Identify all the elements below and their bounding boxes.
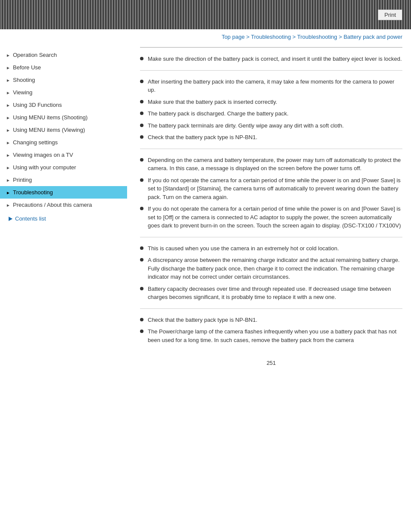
sidebar-item-3d-functions[interactable]: ► Using 3D Functions <box>0 99 127 111</box>
sidebar-item-label: Printing <box>13 177 32 183</box>
breadcrumb-troubleshooting1[interactable]: Troubleshooting <box>251 34 291 40</box>
arrow-icon: ► <box>6 128 10 132</box>
bullet-text: The battery pack is discharged. Charge t… <box>148 109 289 118</box>
page-number: 251 <box>140 351 402 370</box>
arrow-icon: ► <box>6 165 10 170</box>
contents-list-link[interactable]: Contents list <box>0 211 127 226</box>
list-item: The battery pack terminals are dirty. Ge… <box>140 121 402 130</box>
breadcrumb: Top page > Troubleshooting > Troubleshoo… <box>0 29 411 44</box>
bullet-text: Check that the battery pack type is NP-B… <box>148 133 257 142</box>
sidebar-item-printing[interactable]: ► Printing <box>0 174 127 186</box>
list-item: A discrepancy arose between the remainin… <box>140 256 402 281</box>
sidebar-item-label: Changing settings <box>13 139 58 146</box>
arrow-icon: ► <box>6 115 10 120</box>
bullet-text: This is caused when you use the camera i… <box>148 244 339 253</box>
section-block-2: After inserting the battery pack into th… <box>140 70 402 149</box>
sidebar-item-label: Using MENU items (Shooting) <box>13 114 87 121</box>
bullet-text: If you do not operate the camera for a c… <box>148 205 402 230</box>
bullet-text: The battery pack terminals are dirty. Ge… <box>148 121 344 130</box>
bullet-dot <box>140 80 143 83</box>
sidebar-item-label: Precautions / About this camera <box>13 202 92 208</box>
sidebar-item-label: Viewing images on a TV <box>13 152 73 158</box>
bullet-dot <box>140 318 143 321</box>
bullet-text: Battery capacity decreases over time and… <box>148 285 402 302</box>
sidebar-item-viewing-images-tv[interactable]: ► Viewing images on a TV <box>0 149 127 161</box>
list-item: Make sure the direction of the battery p… <box>140 55 402 63</box>
bullet-text: If you do not operate the camera for a c… <box>148 176 402 202</box>
breadcrumb-sep2: > <box>293 34 297 40</box>
contents-list-arrow-icon <box>9 217 12 221</box>
breadcrumb-top-page[interactable]: Top page <box>221 34 245 40</box>
list-item: If you do not operate the camera for a c… <box>140 205 402 230</box>
bullet-list-4: This is caused when you use the camera i… <box>140 244 402 302</box>
bullet-text: The Power/charge lamp of the camera flas… <box>148 327 402 344</box>
sidebar-item-label: Before Use <box>13 64 41 71</box>
bullet-dot <box>140 124 143 127</box>
list-item: This is caused when you use the camera i… <box>140 244 402 253</box>
breadcrumb-sep1: > <box>246 34 251 40</box>
bullet-text: Depending on the camera and battery temp… <box>148 156 402 173</box>
sidebar-item-label: Using MENU items (Viewing) <box>13 127 85 133</box>
list-item: Depending on the camera and battery temp… <box>140 156 402 173</box>
list-item: Make sure that the battery pack is inser… <box>140 98 402 106</box>
breadcrumb-troubleshooting2[interactable]: Troubleshooting <box>297 34 337 40</box>
sidebar-item-label: Operation Search <box>13 52 57 58</box>
arrow-icon: ► <box>6 178 10 182</box>
breadcrumb-sep3: > <box>339 34 343 40</box>
bullet-dot <box>140 112 143 115</box>
content-area: Make sure the direction of the battery p… <box>127 44 411 379</box>
section-block-3: Depending on the camera and battery temp… <box>140 149 402 237</box>
sidebar-item-troubleshooting[interactable]: ► Troubleshooting <box>0 186 127 199</box>
sidebar-item-precautions[interactable]: ► Precautions / About this camera <box>0 199 127 211</box>
bullet-dot <box>140 135 143 139</box>
bullet-list-5: Check that the battery pack type is NP-B… <box>140 316 402 345</box>
sidebar-item-label: Using with your computer <box>13 164 76 171</box>
arrow-icon: ► <box>6 190 10 195</box>
bullet-text: A discrepancy arose between the remainin… <box>148 256 402 281</box>
arrow-icon: ► <box>6 65 10 70</box>
bullet-dot <box>140 287 143 290</box>
sidebar-item-using-computer[interactable]: ► Using with your computer <box>0 161 127 174</box>
list-item: Check that the battery pack type is NP-B… <box>140 133 402 142</box>
arrow-icon: ► <box>6 78 10 82</box>
list-item: After inserting the battery pack into th… <box>140 78 402 94</box>
bullet-text: After inserting the battery pack into th… <box>148 78 402 94</box>
arrow-icon: ► <box>6 53 10 57</box>
bullet-text: Make sure the direction of the battery p… <box>148 55 402 63</box>
arrow-icon: ► <box>6 103 10 107</box>
section-block-5: Check that the battery pack type is NP-B… <box>140 308 402 352</box>
sidebar-item-viewing[interactable]: ► Viewing <box>0 86 127 99</box>
bullet-list-1: Make sure the direction of the battery p… <box>140 55 402 63</box>
list-item: If you do not operate the camera for a c… <box>140 176 402 202</box>
sidebar-item-shooting[interactable]: ► Shooting <box>0 74 127 86</box>
bullet-dot <box>140 158 143 162</box>
arrow-icon: ► <box>6 140 10 145</box>
bullet-text: Make sure that the battery pack is inser… <box>148 98 277 106</box>
contents-list-label: Contents list <box>15 215 46 222</box>
sidebar-item-menu-shooting[interactable]: ► Using MENU items (Shooting) <box>0 111 127 124</box>
bullet-dot <box>140 100 143 103</box>
list-item: Battery capacity decreases over time and… <box>140 285 402 302</box>
bullet-dot <box>140 246 143 250</box>
bullet-list-2: After inserting the battery pack into th… <box>140 78 402 142</box>
sidebar-item-changing-settings[interactable]: ► Changing settings <box>0 136 127 149</box>
breadcrumb-battery[interactable]: Battery pack and power <box>343 34 402 40</box>
section-block-1: Make sure the direction of the battery p… <box>140 47 402 70</box>
list-item: The battery pack is discharged. Charge t… <box>140 109 402 118</box>
header-bar: Print <box>0 0 411 29</box>
bullet-list-3: Depending on the camera and battery temp… <box>140 156 402 230</box>
arrow-icon: ► <box>6 153 10 157</box>
section-block-4: This is caused when you use the camera i… <box>140 237 402 308</box>
sidebar-item-operation-search[interactable]: ► Operation Search <box>0 49 127 61</box>
sidebar: ► Operation Search ► Before Use ► Shooti… <box>0 44 127 379</box>
list-item: Check that the battery pack type is NP-B… <box>140 316 402 324</box>
sidebar-item-label: Viewing <box>13 89 32 96</box>
bullet-dot <box>140 57 143 60</box>
print-button[interactable]: Print <box>378 9 402 20</box>
sidebar-item-before-use[interactable]: ► Before Use <box>0 61 127 74</box>
arrow-icon: ► <box>6 203 10 207</box>
bullet-dot <box>140 178 143 182</box>
list-item: The Power/charge lamp of the camera flas… <box>140 327 402 344</box>
bullet-text: Check that the battery pack type is NP-B… <box>148 316 257 324</box>
sidebar-item-menu-viewing[interactable]: ► Using MENU items (Viewing) <box>0 124 127 136</box>
